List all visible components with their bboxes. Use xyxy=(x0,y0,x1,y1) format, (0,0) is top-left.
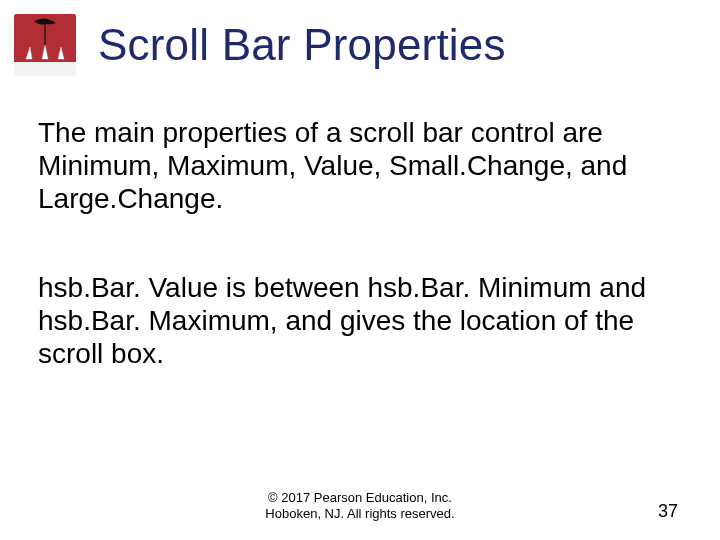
publisher-logo xyxy=(14,14,76,76)
paragraph-1: The main properties of a scroll bar cont… xyxy=(38,116,682,215)
slide-body: The main properties of a scroll bar cont… xyxy=(38,116,682,370)
page-number: 37 xyxy=(658,501,678,522)
slide: Scroll Bar Properties The main propertie… xyxy=(0,0,720,540)
umbrella-icon xyxy=(20,17,70,63)
paragraph-2: hsb.Bar. Value is between hsb.Bar. Minim… xyxy=(38,271,682,370)
logo-ground xyxy=(14,62,76,76)
footer-line-2: Hoboken, NJ. All rights reserved. xyxy=(0,506,720,522)
slide-title: Scroll Bar Properties xyxy=(98,20,690,70)
footer-line-1: © 2017 Pearson Education, Inc. xyxy=(0,490,720,506)
copyright-footer: © 2017 Pearson Education, Inc. Hoboken, … xyxy=(0,490,720,523)
